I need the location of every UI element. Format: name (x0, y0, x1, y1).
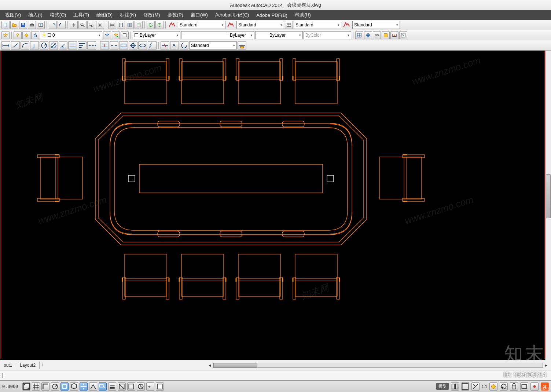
quickview-drawings-button[interactable] (461, 382, 469, 391)
regen-button[interactable] (155, 21, 164, 29)
textstyle-combo[interactable]: Standard▾ (178, 21, 225, 29)
menu-dimension[interactable]: 标注(N) (116, 11, 140, 19)
qp-toggle[interactable] (127, 382, 135, 391)
annotation-vis-button[interactable] (489, 382, 497, 391)
redo-button[interactable] (58, 21, 66, 29)
ortho-toggle[interactable] (41, 382, 49, 391)
grid-toggle[interactable] (32, 382, 40, 391)
menu-param[interactable]: 参数(P) (164, 11, 187, 19)
dim-linear-button[interactable] (1, 41, 10, 50)
menu-view[interactable]: 视图(V) (1, 11, 25, 19)
chain-button[interactable] (373, 31, 381, 39)
zoom-window-button[interactable] (87, 21, 95, 29)
save-button[interactable] (19, 21, 27, 29)
dyn-toggle[interactable] (99, 382, 107, 391)
ducs-toggle[interactable] (89, 382, 97, 391)
menu-draw[interactable]: 绘图(D) (93, 11, 116, 19)
layer-prev-button[interactable] (103, 31, 111, 39)
layer-freeze-button[interactable] (22, 31, 30, 39)
dim-arc-button[interactable] (21, 41, 29, 50)
linetype-combo[interactable]: ByLayer▾ (181, 31, 254, 39)
layout-tab-layout2[interactable]: Layout2 (16, 362, 40, 369)
layout-tab-out1[interactable]: out1 (0, 362, 16, 369)
vertical-scrollbar[interactable] (545, 51, 551, 360)
dim-baseline-button[interactable] (78, 41, 87, 50)
dim-update-button[interactable] (180, 41, 188, 50)
lock-ui-button[interactable] (510, 382, 518, 391)
xref-button[interactable] (399, 31, 407, 39)
viewport-button[interactable] (355, 31, 363, 39)
annotation-scale-button[interactable] (471, 382, 480, 391)
dim-style-button[interactable] (238, 41, 246, 50)
layer-lock-button[interactable] (31, 31, 39, 39)
am-toggle[interactable]: + (146, 382, 154, 391)
scrollbar-thumb[interactable] (213, 363, 257, 367)
otrack-toggle[interactable] (80, 382, 88, 391)
menu-insert[interactable]: 插入(I) (25, 11, 46, 19)
menu-tools[interactable]: 工具(T) (70, 11, 93, 19)
osnap-toggle[interactable] (60, 382, 69, 391)
layer-prop-button[interactable] (1, 31, 10, 39)
dim-space-button[interactable] (100, 41, 109, 50)
menu-acrobat[interactable]: Acrobat 标记(C) (212, 11, 253, 19)
scroll-left-button[interactable]: ◂ (209, 363, 211, 368)
quickview-layouts-button[interactable] (451, 382, 459, 391)
snap-toggle[interactable] (22, 382, 30, 391)
tpy-toggle[interactable] (118, 382, 126, 391)
dim-continue-button[interactable] (87, 41, 96, 50)
dim-ordinate-button[interactable] (30, 41, 39, 50)
scrollbar-thumb[interactable] (546, 174, 551, 218)
plotstyle-combo[interactable]: ByColor▾ (304, 31, 351, 39)
lineweight-combo[interactable]: ByLayer▾ (255, 31, 303, 39)
menu-window[interactable]: 窗口(W) (187, 11, 212, 19)
calc-button[interactable] (135, 21, 143, 29)
tablestyle-combo[interactable]: Standard▾ (294, 21, 341, 29)
dimstyle2-combo[interactable]: Standard▾ (189, 41, 237, 50)
horizontal-scrollbar[interactable] (213, 363, 543, 368)
model-space-button[interactable] (156, 382, 164, 391)
sheet-set-button[interactable] (117, 21, 125, 29)
menu-adobepdf[interactable]: Adobe PDF(B) (253, 11, 291, 19)
tolerance-button[interactable] (119, 41, 128, 50)
refresh-button[interactable] (147, 21, 155, 29)
print-button[interactable] (28, 21, 36, 29)
dim-edit-button[interactable] (161, 41, 169, 50)
color-combo[interactable]: ByLayer▾ (133, 31, 180, 39)
layer-on-button[interactable] (14, 31, 22, 39)
scale-label[interactable]: 1:1 (482, 384, 487, 389)
tool-palettes-button[interactable] (126, 21, 134, 29)
undo-button[interactable] (49, 21, 57, 29)
polar-toggle[interactable] (51, 382, 59, 391)
open-button[interactable] (10, 21, 18, 29)
layer-match-button[interactable] (112, 31, 120, 39)
hardware-accel-button[interactable] (520, 382, 528, 391)
dim-text-edit-button[interactable]: A (170, 41, 179, 50)
dim-angular-button[interactable] (59, 41, 67, 50)
dim-quick-button[interactable] (68, 41, 77, 50)
sc-toggle[interactable] (137, 382, 145, 391)
lwt-toggle[interactable] (108, 382, 116, 391)
scroll-right-button[interactable]: ▸ (545, 363, 547, 368)
menu-help[interactable]: 帮助(H) (291, 11, 315, 19)
pan-button[interactable] (70, 21, 78, 29)
clip-button[interactable] (390, 31, 398, 39)
globe-button[interactable] (364, 31, 372, 39)
dimstyle-combo[interactable]: Standard▾ (236, 21, 284, 29)
dim-aligned-button[interactable] (11, 41, 20, 50)
layer-state-button[interactable] (121, 31, 129, 39)
layer-combo[interactable]: ☐ 0 ▾ (40, 31, 102, 39)
isolate-button[interactable] (530, 382, 539, 391)
attach-button[interactable] (382, 31, 390, 39)
inspect-button[interactable] (138, 41, 147, 50)
menu-format[interactable]: 格式(O) (46, 11, 70, 19)
mlstyle-combo[interactable]: Standard▾ (352, 21, 400, 29)
drawing-canvas[interactable]: 知未网 www.znzmo.com www.znzmo.com www.znzm… (0, 51, 551, 360)
zoom-extents-button[interactable] (96, 21, 104, 29)
zoom-button[interactable] (78, 21, 87, 29)
3dosnap-toggle[interactable] (70, 382, 78, 391)
properties-button[interactable] (108, 21, 116, 29)
workspace-switch-button[interactable] (500, 382, 508, 391)
jogged-button[interactable] (148, 41, 157, 50)
plot-preview-button[interactable] (37, 21, 45, 29)
command-line[interactable] (0, 370, 551, 380)
